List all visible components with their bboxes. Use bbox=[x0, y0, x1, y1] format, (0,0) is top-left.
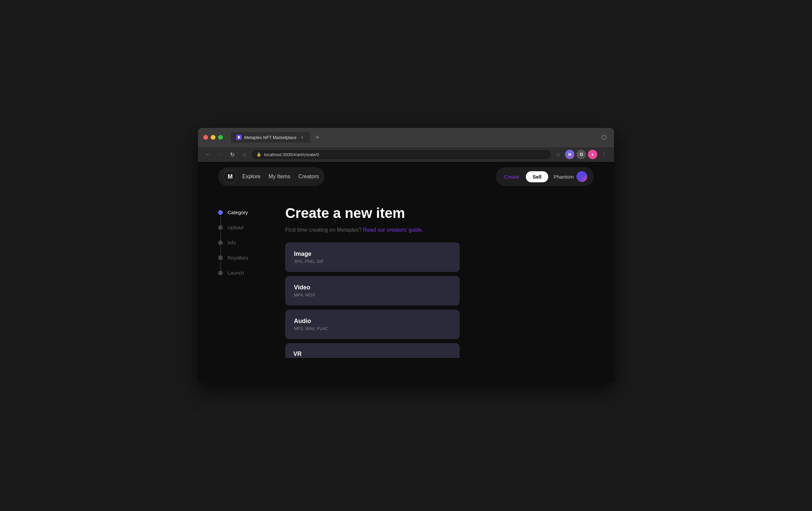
category-audio-formats: MP3, WAV, FLAC bbox=[294, 326, 451, 331]
new-tab-button[interactable]: + bbox=[313, 133, 322, 142]
tab-bar: Metaplex NFT Marketplace ✕ + bbox=[231, 132, 595, 143]
home-button[interactable]: ⌂ bbox=[239, 150, 249, 159]
step-label-launch: Launch bbox=[228, 270, 244, 276]
category-vr-name: VR bbox=[293, 351, 452, 357]
wallet-label: Phantom bbox=[554, 174, 574, 180]
step-royalties[interactable]: Royalties bbox=[218, 250, 272, 265]
step-dot-launch bbox=[218, 271, 223, 275]
step-upload[interactable]: Upload bbox=[218, 220, 272, 235]
lock-icon: 🔒 bbox=[256, 152, 261, 157]
page-subtitle: First time creating on Metaplex? Read ou… bbox=[285, 227, 594, 233]
reload-button[interactable]: ↻ bbox=[228, 150, 237, 159]
metamask-extension-icon[interactable]: M bbox=[565, 150, 575, 159]
url-text: localhost:3000/#/art/create/0 bbox=[264, 152, 319, 157]
wallet-avatar bbox=[576, 171, 587, 182]
extensions-icon[interactable]: ⬡ bbox=[599, 133, 609, 142]
step-dot-category bbox=[218, 210, 223, 215]
browser-window: Metaplex NFT Marketplace ✕ + ⬡ ← → ↻ ⌂ 🔒… bbox=[198, 128, 614, 383]
app-logo[interactable]: M bbox=[224, 170, 237, 183]
close-button[interactable] bbox=[203, 135, 208, 140]
maximize-button[interactable] bbox=[218, 135, 223, 140]
nav-links: Explore My Items Creators bbox=[242, 173, 319, 180]
page-body: Create a new item First time creating on… bbox=[285, 205, 594, 358]
category-image-name: Image bbox=[294, 250, 451, 258]
back-button[interactable]: ← bbox=[203, 150, 213, 159]
tab-favicon bbox=[236, 135, 241, 140]
create-button[interactable]: Create bbox=[500, 172, 523, 182]
category-audio-name: Audio bbox=[294, 318, 451, 325]
wallet-connect[interactable]: Phantom bbox=[551, 170, 590, 183]
category-image[interactable]: Image JPG, PNG, GIF bbox=[285, 242, 460, 272]
steps-sidebar: Category Upload Info Royalties Launch bbox=[218, 205, 272, 358]
forward-button[interactable]: → bbox=[215, 150, 225, 159]
nav-explore[interactable]: Explore bbox=[242, 173, 260, 180]
navigation: M Explore My Items Creators Create Sell … bbox=[198, 162, 614, 191]
app-content: M Explore My Items Creators Create Sell … bbox=[198, 162, 614, 377]
toolbar-actions: ☆ M ⧉ ● ⋮ bbox=[554, 150, 609, 159]
browser-titlebar: Metaplex NFT Marketplace ✕ + ⬡ bbox=[198, 128, 614, 147]
step-label-category: Category bbox=[228, 210, 248, 215]
subtitle-text: First time creating on Metaplex? bbox=[285, 227, 362, 233]
category-image-formats: JPG, PNG, GIF bbox=[294, 259, 451, 264]
nav-left-group: M Explore My Items Creators bbox=[218, 167, 324, 186]
step-info[interactable]: Info bbox=[218, 235, 272, 250]
step-label-royalties: Royalties bbox=[228, 255, 248, 261]
phantom-extension-icon[interactable]: ● bbox=[588, 150, 597, 159]
more-options-icon[interactable]: ⋮ bbox=[599, 150, 609, 159]
puzzle-extension-icon[interactable]: ⧉ bbox=[576, 150, 586, 159]
nav-creators[interactable]: Creators bbox=[298, 173, 319, 180]
browser-chrome: Metaplex NFT Marketplace ✕ + ⬡ ← → ↻ ⌂ 🔒… bbox=[198, 128, 614, 162]
active-tab[interactable]: Metaplex NFT Marketplace ✕ bbox=[231, 132, 310, 143]
creators-guide-link[interactable]: Read our creators' guide. bbox=[363, 227, 423, 233]
sell-button[interactable]: Sell bbox=[526, 171, 548, 182]
address-bar[interactable]: 🔒 localhost:3000/#/art/create/0 bbox=[252, 150, 551, 159]
bookmark-icon[interactable]: ☆ bbox=[554, 150, 563, 159]
nav-right-group: Create Sell Phantom bbox=[496, 167, 594, 186]
nav-my-items[interactable]: My Items bbox=[268, 173, 290, 180]
step-label-upload: Upload bbox=[228, 224, 243, 230]
category-video[interactable]: Video MP4, MOV bbox=[285, 276, 460, 305]
category-vr[interactable]: VR bbox=[285, 343, 460, 358]
step-launch[interactable]: Launch bbox=[218, 265, 272, 280]
main-content: Category Upload Info Royalties Launch bbox=[198, 191, 614, 371]
tab-close-icon[interactable]: ✕ bbox=[299, 135, 304, 140]
category-video-formats: MP4, MOV bbox=[294, 292, 451, 297]
category-audio[interactable]: Audio MP3, WAV, FLAC bbox=[285, 310, 460, 339]
category-video-name: Video bbox=[294, 284, 451, 291]
traffic-lights bbox=[203, 135, 223, 140]
step-label-info: Info bbox=[228, 240, 236, 245]
category-options: Image JPG, PNG, GIF Video MP4, MOV Audio… bbox=[285, 242, 460, 358]
browser-toolbar: ← → ↻ ⌂ 🔒 localhost:3000/#/art/create/0 … bbox=[198, 147, 614, 162]
step-dot-info bbox=[218, 240, 223, 245]
minimize-button[interactable] bbox=[211, 135, 215, 140]
tab-title: Metaplex NFT Marketplace bbox=[244, 135, 297, 140]
step-dot-upload bbox=[218, 225, 223, 230]
step-category[interactable]: Category bbox=[218, 205, 272, 220]
page-title: Create a new item bbox=[285, 205, 594, 222]
step-dot-royalties bbox=[218, 255, 223, 260]
